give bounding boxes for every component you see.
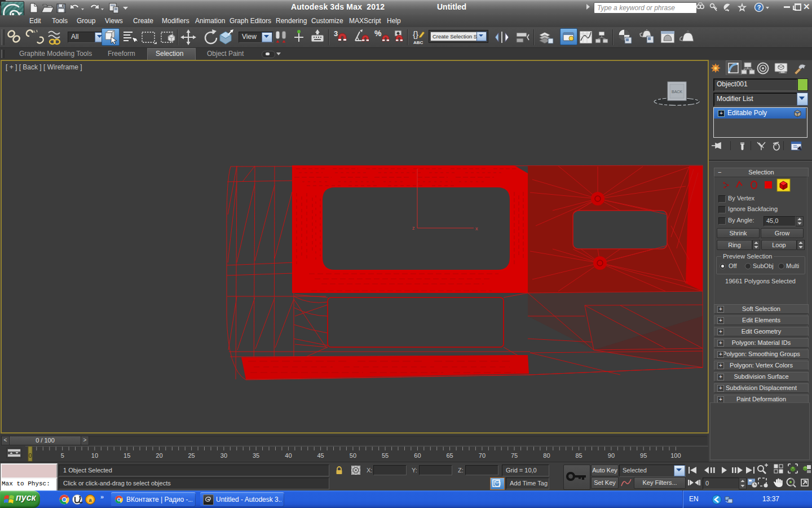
svg-text:%: %	[374, 29, 382, 38]
svg-text:100: 100	[670, 452, 681, 459]
svg-text:25: 25	[188, 452, 195, 459]
svg-text:ABC: ABC	[413, 40, 423, 45]
svg-text:90: 90	[608, 452, 615, 459]
svg-text:BACK: BACK	[672, 90, 682, 94]
svg-text:70: 70	[479, 452, 486, 459]
svg-text:75: 75	[511, 452, 518, 459]
svg-text:{}: {}	[413, 29, 418, 39]
svg-text:45: 45	[317, 452, 324, 459]
svg-text:65: 65	[446, 452, 453, 459]
svg-text:?: ?	[757, 4, 761, 11]
svg-text:80: 80	[543, 452, 550, 459]
svg-text:95: 95	[640, 452, 647, 459]
svg-text:x: x	[475, 226, 478, 231]
svg-text:»: »	[100, 494, 104, 500]
svg-text:55: 55	[382, 452, 389, 459]
svg-text:5: 5	[61, 452, 64, 459]
svg-text:60: 60	[414, 452, 421, 459]
svg-text:3: 3	[334, 29, 338, 38]
svg-text:z: z	[412, 225, 415, 231]
svg-text:15: 15	[123, 452, 130, 459]
svg-text:0: 0	[29, 453, 32, 459]
svg-text:85: 85	[575, 452, 582, 459]
svg-text:35: 35	[253, 452, 259, 459]
svg-text:30: 30	[220, 452, 227, 459]
svg-text:10: 10	[91, 452, 98, 459]
svg-text:50: 50	[350, 452, 356, 459]
svg-text:20: 20	[156, 452, 162, 459]
svg-text:40: 40	[285, 452, 292, 459]
